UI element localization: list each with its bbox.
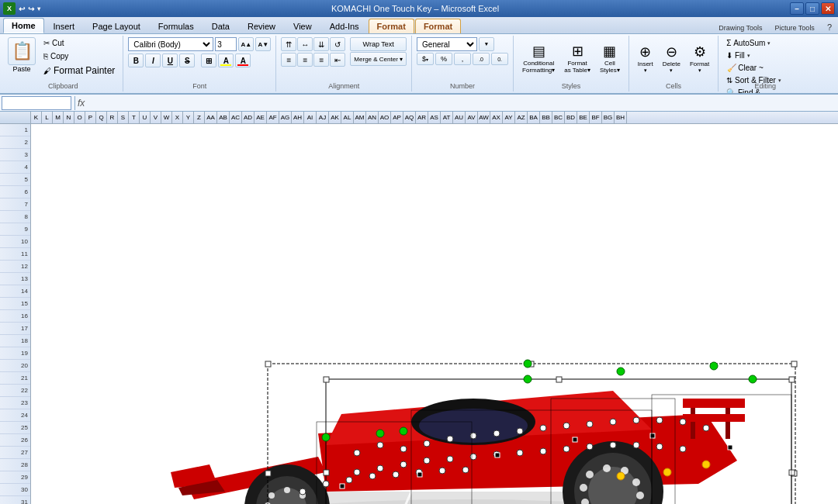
- col-header-bh[interactable]: BH: [615, 112, 627, 123]
- align-right-button[interactable]: ≡: [313, 53, 329, 67]
- col-header-t[interactable]: T: [129, 112, 140, 123]
- row-7[interactable]: 7: [0, 198, 30, 211]
- col-header-v[interactable]: V: [151, 112, 161, 123]
- col-header-ap[interactable]: AP: [391, 112, 403, 123]
- col-header-k[interactable]: K: [31, 112, 42, 123]
- tab-insert[interactable]: Insert: [45, 19, 84, 33]
- col-header-ac[interactable]: AC: [230, 112, 242, 123]
- maximize-button[interactable]: □: [805, 2, 819, 15]
- col-header-af[interactable]: AF: [267, 112, 279, 123]
- strikethrough-button[interactable]: S: [179, 54, 195, 67]
- tab-picture-format[interactable]: Format: [415, 19, 461, 33]
- col-header-m[interactable]: M: [53, 112, 64, 123]
- row-20[interactable]: 20: [0, 360, 30, 372]
- col-header-bb[interactable]: BB: [540, 112, 552, 123]
- row-8[interactable]: 8: [0, 211, 30, 223]
- col-header-u[interactable]: U: [140, 112, 151, 123]
- col-header-aw[interactable]: AW: [478, 112, 490, 123]
- row-31[interactable]: 31: [0, 496, 30, 504]
- name-box[interactable]: [2, 96, 71, 110]
- conditional-formatting-button[interactable]: ▤ ConditionalFormatting▾: [518, 40, 559, 76]
- col-header-bd[interactable]: BD: [565, 112, 577, 123]
- row-15[interactable]: 15: [0, 298, 30, 310]
- row-19[interactable]: 19: [0, 347, 30, 360]
- tab-data[interactable]: Data: [203, 19, 238, 33]
- col-header-al[interactable]: AL: [341, 112, 354, 123]
- number-format-options-button[interactable]: ▾: [479, 37, 494, 51]
- border-button[interactable]: ⊞: [201, 54, 216, 67]
- font-color-button[interactable]: A: [235, 54, 251, 67]
- col-header-z[interactable]: Z: [194, 112, 205, 123]
- row-17[interactable]: 17: [0, 323, 30, 335]
- row-6[interactable]: 6: [0, 186, 30, 198]
- font-name-select[interactable]: Calibri (Body): [128, 37, 213, 51]
- col-header-w[interactable]: W: [161, 112, 172, 123]
- col-header-as[interactable]: AS: [428, 112, 441, 123]
- percent-button[interactable]: %: [435, 53, 452, 65]
- col-header-an[interactable]: AN: [366, 112, 379, 123]
- col-header-bg[interactable]: BG: [602, 112, 615, 123]
- col-header-r[interactable]: R: [107, 112, 118, 123]
- tab-review[interactable]: Review: [239, 19, 284, 33]
- row-27[interactable]: 27: [0, 447, 30, 459]
- row-2[interactable]: 2: [0, 136, 30, 149]
- wrap-text-button[interactable]: Wrap Text: [350, 37, 407, 51]
- bold-button[interactable]: B: [128, 54, 144, 67]
- row-1[interactable]: 1: [0, 124, 30, 136]
- tab-formulas[interactable]: Formulas: [150, 19, 203, 33]
- row-12[interactable]: 12: [0, 261, 30, 273]
- increase-decimal-button[interactable]: .0: [473, 53, 490, 65]
- col-header-aa[interactable]: AA: [205, 112, 217, 123]
- cells-area[interactable]: Satrek Toon: [31, 124, 838, 504]
- col-header-bf[interactable]: BF: [590, 112, 602, 123]
- tab-view[interactable]: View: [285, 19, 320, 33]
- row-16[interactable]: 16: [0, 310, 30, 323]
- col-header-y[interactable]: Y: [183, 112, 194, 123]
- align-left-button[interactable]: ≡: [281, 53, 296, 67]
- format-as-table-button[interactable]: ⊞ Formatas Table▾: [560, 40, 594, 76]
- col-header-ar[interactable]: AR: [416, 112, 428, 123]
- col-header-ak[interactable]: AK: [329, 112, 341, 123]
- row-11[interactable]: 11: [0, 248, 30, 261]
- col-header-be[interactable]: BE: [577, 112, 590, 123]
- cell-styles-button[interactable]: ▦ CellStyles▾: [596, 40, 624, 76]
- col-header-n[interactable]: N: [64, 112, 74, 123]
- font-size-input[interactable]: [215, 37, 237, 51]
- col-header-az[interactable]: AZ: [515, 112, 528, 123]
- clear-button[interactable]: 🧹 Clear ~: [723, 62, 767, 74]
- align-middle-button[interactable]: ↔: [297, 37, 313, 51]
- col-header-o[interactable]: O: [74, 112, 85, 123]
- row-18[interactable]: 18: [0, 335, 30, 347]
- col-header-au[interactable]: AU: [453, 112, 466, 123]
- row-13[interactable]: 13: [0, 273, 30, 285]
- format-painter-button[interactable]: 🖌 Format Painter: [40, 64, 118, 78]
- row-26[interactable]: 26: [0, 434, 30, 447]
- row-14[interactable]: 14: [0, 285, 30, 298]
- col-header-ao[interactable]: AO: [379, 112, 391, 123]
- decrease-decimal-button[interactable]: 0.: [491, 53, 508, 65]
- format-cells-button[interactable]: ⚙ Format ▾: [686, 41, 713, 76]
- row-21[interactable]: 21: [0, 372, 30, 385]
- tab-addins[interactable]: Add-Ins: [321, 19, 368, 33]
- col-header-ay[interactable]: AY: [503, 112, 515, 123]
- underline-button[interactable]: U: [162, 54, 178, 67]
- autosum-button[interactable]: Σ AutoSum ▾: [723, 37, 774, 49]
- minimize-button[interactable]: –: [790, 2, 804, 15]
- col-header-x[interactable]: X: [172, 112, 183, 123]
- col-header-bc[interactable]: BC: [552, 112, 565, 123]
- col-header-aq[interactable]: AQ: [403, 112, 416, 123]
- fill-button[interactable]: ⬇ Fill ▾: [723, 50, 753, 61]
- formula-input[interactable]: [87, 96, 836, 110]
- row-25[interactable]: 25: [0, 422, 30, 434]
- row-5[interactable]: 5: [0, 174, 30, 186]
- row-29[interactable]: 29: [0, 471, 30, 484]
- comma-button[interactable]: ,: [454, 53, 471, 65]
- text-angle-button[interactable]: ↺: [330, 37, 345, 51]
- col-header-aj[interactable]: AJ: [317, 112, 329, 123]
- quick-access-redo[interactable]: ↪: [28, 5, 34, 13]
- merge-center-button[interactable]: Merge & Center ▾: [350, 52, 407, 66]
- col-header-ae[interactable]: AE: [255, 112, 267, 123]
- col-header-at[interactable]: AT: [441, 112, 453, 123]
- delete-cells-button[interactable]: ⊖ Delete ▾: [659, 41, 684, 76]
- cut-button[interactable]: ✂ Cut: [40, 37, 118, 49]
